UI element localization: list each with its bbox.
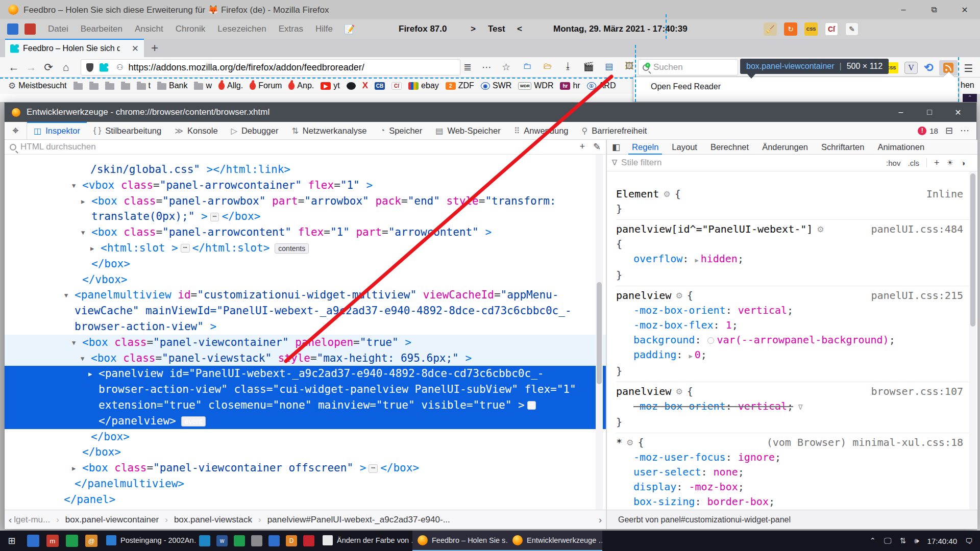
devtools-tab-netzwerkanalyse[interactable]: ⇅Netzwerkanalyse <box>285 122 373 140</box>
forward-button[interactable]: → <box>22 61 40 73</box>
bookmark-item[interactable]: WDRWDR <box>516 81 555 90</box>
bookmark-item[interactable] <box>345 82 358 90</box>
sidebar-tab-layout[interactable]: Layout <box>665 140 704 155</box>
rule-source-link[interactable]: browser.css:107 <box>871 384 969 399</box>
menu-item-extras[interactable]: Extras <box>273 24 309 34</box>
devtools-tab-inspektor[interactable]: ◫Inspektor <box>27 122 87 140</box>
rule-selector[interactable]: * <box>616 435 622 450</box>
refresh-pages-icon[interactable]: ⟲ <box>924 61 933 74</box>
markup-line[interactable]: ▼<vbox class="panel-arrowcontainer" flex… <box>5 178 606 193</box>
bookmark-item[interactable]: Anp. <box>286 81 316 90</box>
search-box[interactable]: + Suchen <box>638 59 738 76</box>
page-actions-icon[interactable]: ⋯ <box>482 61 492 73</box>
url-text[interactable]: https://addons.mozilla.org/de/firefox/ad… <box>128 62 364 73</box>
taskbar-pinned-icon[interactable]: @ <box>85 535 97 547</box>
css-rule[interactable]: panelview[id^="PanelUI-webext-"]⚙panelUI… <box>616 220 969 286</box>
taskbar-app-icon[interactable] <box>268 535 280 546</box>
bookmark-label-fragment[interactable]: hen <box>961 81 974 90</box>
css-declaration[interactable]: user-select: none; <box>616 465 969 480</box>
css-declaration[interactable]: -moz-user-focus: ignore; <box>616 450 969 465</box>
bookmark-item[interactable]: ◉SWR <box>479 81 513 90</box>
scrollbar-thumb[interactable] <box>597 282 602 384</box>
panels-icon[interactable]: ▤ <box>603 61 615 71</box>
split-console-icon[interactable]: ⊟ <box>945 125 953 136</box>
highlight-selector-icon[interactable]: ⚙ <box>626 435 633 450</box>
sidebar-tab-animationen[interactable]: Animationen <box>871 140 931 155</box>
devtools-tab-anwendung[interactable]: ⠿Anwendung <box>507 122 575 140</box>
collapsed-content-icon[interactable]: ⋯ <box>527 401 536 410</box>
node-picker-icon[interactable]: ⌖ <box>5 122 27 140</box>
eyedropper-icon[interactable]: ✎ <box>593 141 601 153</box>
reader-mode-icon[interactable]: ≣ <box>463 61 472 73</box>
browser-tab[interactable]: Feedbro – Holen Sie sich d ✕ <box>5 39 144 57</box>
rule-selector[interactable]: panelview <box>616 384 671 399</box>
taskbar-pinned-icon[interactable] <box>66 535 78 547</box>
taskbar-app-icon[interactable] <box>199 535 210 546</box>
menu-item-chronik[interactable]: Chronik <box>169 24 212 34</box>
css-rule[interactable]: Element⚙{Inline} <box>616 185 969 220</box>
tray-expand-icon[interactable]: ⌃ <box>870 536 876 545</box>
markup-line[interactable]: ▼<panelmultiview id="customizationui-wid… <box>5 287 606 303</box>
rule-source-link[interactable]: panelUI.css:215 <box>871 288 969 303</box>
markup-line[interactable]: translate(0px);" >⋯</box> <box>5 209 606 224</box>
bookmark-star-icon[interactable]: ☆ <box>502 61 510 73</box>
markup-line[interactable]: </vbox> <box>5 272 606 288</box>
css-rule[interactable]: *⚙{(vom Browser) minimal-xul.css:18-moz-… <box>616 433 969 510</box>
bookmark-item[interactable]: Bank <box>155 81 189 90</box>
markup-line[interactable]: ▶<box class="panel-viewcontainer offscre… <box>5 460 606 476</box>
rule-selector[interactable]: panelview[id^="PanelUI-webext-"] <box>616 222 813 237</box>
rule-source-link[interactable]: (vom Browser) minimal-xul.css:18 <box>767 435 969 450</box>
menu-item-lesezeichen[interactable]: Lesezeichen <box>211 24 272 34</box>
bookmark-item[interactable]: X <box>360 81 370 91</box>
css-addon-icon[interactable]: CSS <box>804 22 818 36</box>
error-count-badge[interactable]: ! 18 <box>918 127 938 135</box>
expand-arrow-icon[interactable]: ▼ <box>72 178 76 194</box>
collapsed-content-icon[interactable]: ⋯ <box>210 213 219 221</box>
breadcrumb-item[interactable]: panelview#PanelUI-webext-_a9c2ad37-e940-… <box>267 515 450 525</box>
markup-line[interactable]: ▶<panelview id="PanelUI-webext-_a9c2ad37… <box>5 366 606 382</box>
bookmark-item[interactable]: w <box>192 81 214 90</box>
markup-line[interactable]: </box> <box>5 429 606 445</box>
devtools-close-button[interactable]: ✕ <box>944 103 972 122</box>
css-declaration[interactable]: box-sizing: border-box; <box>616 494 969 509</box>
rule-selector[interactable]: panelview <box>616 288 671 303</box>
style-filter-bar[interactable]: ∇ Stile filtern :hov .cls + ☀ ◑ <box>607 155 977 171</box>
css-declaration[interactable]: background: var(--arrowpanel-background)… <box>616 333 969 347</box>
expand-arrow-icon[interactable]: ▼ <box>81 351 84 367</box>
permissions-icon[interactable]: ⚇ <box>116 63 123 72</box>
css-rule[interactable]: panelview⚙{browser.css:107-moz-box-orien… <box>616 382 969 433</box>
bookmark-item[interactable]: Allg. <box>216 81 245 90</box>
library-folder-icon[interactable]: 🗀 <box>522 61 533 71</box>
bookmark-item[interactable]: Cſ <box>389 82 404 90</box>
taskbar-button[interactable]: Entwicklerwerkzeuge … <box>507 531 602 551</box>
light-theme-icon[interactable]: ☀ <box>946 158 953 167</box>
taskbar-button[interactable]: Feedbro – Holen Sie s… <box>412 531 507 551</box>
breadcrumb-item[interactable]: lget-mu... <box>14 515 50 525</box>
dark-theme-icon[interactable]: ◑ <box>961 159 965 167</box>
devtools-maximize-button[interactable]: □ <box>915 103 944 122</box>
css-rule[interactable]: panelview⚙{panelUI.css:215-moz-box-orien… <box>616 286 969 382</box>
taskbar-app-icon[interactable] <box>234 535 245 546</box>
taskbar-pinned-icon[interactable]: m <box>46 535 59 547</box>
notes-icon[interactable]: 📝 <box>344 24 355 34</box>
bookmark-item[interactable]: 2ZDF <box>444 81 476 90</box>
notification-icon[interactable]: 🗨 <box>965 537 973 545</box>
menu-item-bearbeiten[interactable]: Bearbeiten <box>75 24 129 34</box>
sidebar-tab-berechnet[interactable]: Berechnet <box>704 140 755 155</box>
bookmark-item[interactable]: ▶yt <box>318 81 341 90</box>
devtools-tab-stilbearbeitung[interactable]: { }Stilbearbeitung <box>87 122 168 140</box>
expand-arrow-icon[interactable]: ▼ <box>72 335 76 351</box>
highlight-selector-icon[interactable]: ⚙ <box>663 187 670 202</box>
sidebar-tab-schriftarten[interactable]: Schriftarten <box>815 140 871 155</box>
markup-line[interactable]: ▼<box class="panel-viewstack" style="max… <box>5 350 606 366</box>
markup-line[interactable]: </panel> <box>5 492 606 508</box>
css-declaration[interactable]: display: -moz-box; <box>616 480 969 494</box>
markup-line[interactable]: browser-action-view" class="cui-widget-p… <box>5 382 606 397</box>
clock[interactable]: 17:40:40 <box>927 537 957 545</box>
event-badge[interactable]: event <box>181 416 206 427</box>
highlight-selector-icon[interactable]: ⚙ <box>675 384 682 399</box>
pseudo-class-toggle[interactable]: :hov <box>886 159 900 167</box>
add-rule-icon[interactable]: + <box>934 158 940 168</box>
menu-item-hilfe[interactable]: Hilfe <box>309 24 339 34</box>
devtools-tab-barrierefreiheit[interactable]: ⚲Barrierefreiheit <box>575 122 654 140</box>
